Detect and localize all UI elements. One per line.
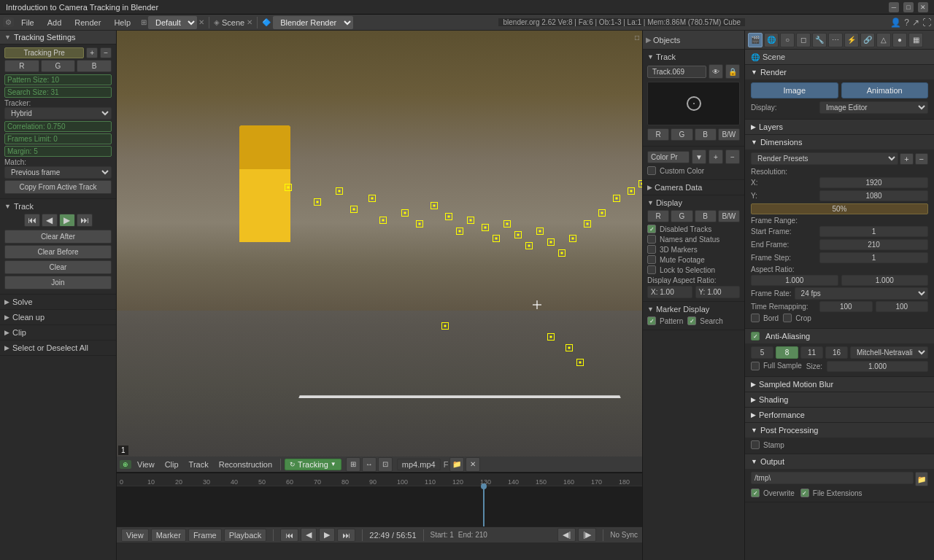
pp-header[interactable]: ▼ Post Processing <box>745 423 934 438</box>
scene-props-btn[interactable]: 🌐 <box>764 33 779 47</box>
aa-11-btn[interactable]: 11 <box>800 346 823 359</box>
correlation-field[interactable]: Correlation: 0.750 <box>4 121 112 132</box>
editor-track-menu[interactable]: Track <box>185 459 213 470</box>
aspect-x-value[interactable]: 1.000 <box>751 275 838 286</box>
display-aspect-y[interactable]: Y: 1.00 <box>695 286 741 298</box>
render-props-btn[interactable]: 🎬 <box>748 33 763 47</box>
aa-check[interactable]: ✓ <box>751 332 760 341</box>
frame-step-value[interactable]: 1 <box>819 252 928 263</box>
end-frame-value[interactable]: 210 <box>819 239 928 250</box>
display-g-btn[interactable]: G <box>671 210 692 222</box>
cleanup-header[interactable]: ▶ Clean up <box>4 313 112 322</box>
mute-footage-check[interactable] <box>647 255 656 264</box>
display-bw-btn[interactable]: B/W <box>718 210 740 222</box>
camera-data-header[interactable]: ▶ Camera Data <box>647 183 740 192</box>
tracking-tool-3[interactable]: ⊡ <box>378 457 393 472</box>
performance-header[interactable]: ▶ Performance <box>745 408 934 422</box>
preset-add-btn2[interactable]: + <box>900 153 913 165</box>
tracking-settings-header[interactable]: ▼ Tracking Settings <box>0 31 116 44</box>
crop-check[interactable] <box>783 314 792 322</box>
full-sample-check[interactable] <box>751 362 760 370</box>
close-btn[interactable]: ✕ <box>918 2 928 12</box>
fullscreen-icon[interactable]: ⛶ <box>922 18 931 28</box>
color-pr-add-btn[interactable]: + <box>709 149 723 164</box>
output-path-input[interactable] <box>751 472 914 484</box>
modifier-props-btn[interactable]: 🔧 <box>812 33 827 47</box>
track-prev-btn[interactable]: ◀ <box>42 214 58 227</box>
output-header[interactable]: ▼ Output <box>745 454 934 469</box>
smb-header[interactable]: ▶ Sampled Motion Blur <box>745 377 934 392</box>
bord-check[interactable] <box>751 314 760 322</box>
aa-header[interactable]: ✓ Anti-Aliasing <box>745 329 934 343</box>
aa-16-btn[interactable]: 16 <box>825 346 848 359</box>
track-section-header[interactable]: ▼ Track <box>4 202 112 211</box>
margin-field[interactable]: Margin: 5 <box>4 146 112 157</box>
resolution-x-value[interactable]: 1920 <box>819 177 928 188</box>
preset-add-btn[interactable]: + <box>86 47 98 58</box>
jump-end-btn[interactable]: ⏭ <box>337 529 355 542</box>
frames-limit-field[interactable]: Frames Limit: 0 <box>4 133 112 144</box>
object-data-props-btn[interactable]: △ <box>876 33 891 47</box>
particle-props-btn[interactable]: ⋯ <box>828 33 843 47</box>
track-visibility-btn[interactable]: 👁 <box>709 64 723 79</box>
color-pr-remove-btn[interactable]: − <box>725 149 740 164</box>
resolution-y-value[interactable]: 1080 <box>819 190 928 201</box>
search-check[interactable]: ✓ <box>687 316 696 325</box>
tracking-tool-1[interactable]: ⊞ <box>346 457 360 472</box>
file-ext-check[interactable]: ✓ <box>800 489 809 497</box>
r-button[interactable]: R <box>4 60 39 72</box>
texture-props-btn[interactable]: ▦ <box>908 33 923 47</box>
menu-file[interactable]: File <box>15 17 40 28</box>
custom-color-check[interactable] <box>647 166 656 175</box>
solve-header[interactable]: ▶ Solve <box>4 298 112 306</box>
track-id-field[interactable]: Track.069 <box>647 66 706 78</box>
track-b-btn[interactable]: B <box>695 128 717 141</box>
menu-help[interactable]: Help <box>108 17 136 28</box>
time-remap-new[interactable]: 100 <box>876 301 929 312</box>
jump-start-btn[interactable]: ⏮ <box>280 529 298 542</box>
object-props-btn[interactable]: ◻ <box>796 33 811 47</box>
timeline-menu-view[interactable]: View <box>121 529 149 542</box>
stamp-check[interactable] <box>751 440 760 449</box>
frame-rate-select[interactable]: 24 fps 25 fps 30 fps <box>795 287 928 300</box>
render-section-header[interactable]: ▼ Render <box>745 65 934 79</box>
track-next-btn[interactable]: ⏭ <box>77 214 93 227</box>
render-engine-select[interactable]: Blender Render <box>273 16 353 29</box>
resolution-percent[interactable]: 50% <box>751 203 928 214</box>
track-play-btn[interactable]: ▶ <box>59 214 75 227</box>
clear-after-button[interactable]: Clear After <box>4 230 112 244</box>
timeline-menu-playback[interactable]: Playback <box>224 529 267 542</box>
display-r-btn[interactable]: R <box>647 210 669 222</box>
match-select[interactable]: Previous frame Keyframe <box>4 166 112 179</box>
g-button[interactable]: G <box>41 60 76 72</box>
shading-header[interactable]: ▶ Shading <box>745 392 934 407</box>
copy-from-active-button[interactable]: Copy From Active Track <box>4 180 112 194</box>
3d-markers-check[interactable] <box>647 245 656 254</box>
search-size-field[interactable]: Search Size: 31 <box>4 87 112 98</box>
file-open-btn[interactable]: 📁 <box>449 457 464 472</box>
constraints-props-btn[interactable]: 🔗 <box>860 33 875 47</box>
join-button[interactable]: Join <box>4 276 112 289</box>
display-select[interactable]: Image Editor <box>819 101 928 114</box>
render-animation-btn[interactable]: Animation <box>841 82 929 98</box>
names-status-check[interactable] <box>647 235 656 244</box>
play-back-btn[interactable]: ◀ <box>301 528 317 542</box>
disabled-tracks-check[interactable]: ✓ <box>647 225 656 233</box>
file-close-btn[interactable]: ✕ <box>466 457 480 472</box>
preset-field[interactable]: Tracking Pre <box>4 47 84 58</box>
prev-frame-btn[interactable]: ◀| <box>557 528 576 542</box>
aspect-y-value[interactable]: 1.000 <box>841 275 929 286</box>
workspace-select[interactable]: Default <box>148 16 197 29</box>
render-image-btn[interactable]: Image <box>751 82 838 98</box>
next-frame-btn[interactable]: |▶ <box>578 528 596 542</box>
pattern-size-field[interactable]: Pattern Size: 10 <box>4 74 112 85</box>
display-b-btn[interactable]: B <box>695 210 717 222</box>
material-props-btn[interactable]: ● <box>892 33 907 47</box>
preset-remove-btn2[interactable]: − <box>915 153 928 165</box>
overwrite-check[interactable]: ✓ <box>751 489 760 497</box>
display-aspect-x[interactable]: X: 1.00 <box>647 286 692 298</box>
clear-button[interactable]: Clear <box>4 260 112 274</box>
lock-to-selection-check[interactable] <box>647 265 656 274</box>
track-prev-prev-btn[interactable]: ⏮ <box>24 214 40 227</box>
timeline-menu-marker[interactable]: Marker <box>151 529 186 542</box>
